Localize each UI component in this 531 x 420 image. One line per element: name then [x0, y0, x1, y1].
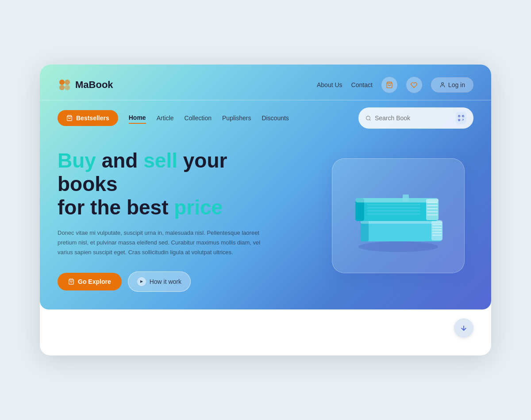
hero-title-price: price [174, 196, 223, 219]
hero-section: MaBook About Us Contact [40, 65, 491, 309]
hero-title-buy: Buy [58, 149, 96, 172]
header-right: About Us Contact [317, 77, 473, 93]
contact-link[interactable]: Contact [351, 81, 373, 88]
scroll-down-button[interactable] [454, 318, 473, 338]
hero-title-sell: sell [143, 149, 177, 172]
svg-rect-10 [462, 115, 464, 117]
hero-buttons: Go Explore ▶ How it work [58, 271, 274, 292]
search-icon [366, 115, 371, 122]
hero-content: Buy and sell your books for the best pri… [58, 136, 473, 292]
hero-description: Donec vitae mi vulputate, suscipit urna … [58, 228, 261, 257]
book-glass-card [332, 158, 465, 273]
login-label: Log in [448, 81, 465, 88]
go-explore-button[interactable]: Go Explore [58, 273, 122, 290]
svg-rect-34 [355, 198, 439, 202]
svg-point-0 [59, 80, 65, 85]
arrow-down-icon [460, 324, 468, 332]
book-illustration [332, 158, 473, 282]
nav-publishers[interactable]: Puplishers [222, 113, 251, 123]
svg-rect-11 [458, 119, 460, 121]
nav-left: Bestsellers Home Article Collection Pupl… [58, 110, 289, 126]
hero-title: Buy and sell your books for the best pri… [58, 149, 274, 219]
play-icon: ▶ [137, 277, 146, 286]
svg-point-16 [358, 241, 438, 252]
login-button[interactable]: Log in [431, 77, 473, 92]
bottom-bar [40, 309, 491, 338]
svg-point-3 [65, 85, 70, 90]
bestsellers-label: Bestsellers [76, 115, 109, 122]
bestsellers-cart-icon [66, 115, 73, 121]
logo-text: MaBook [75, 79, 113, 91]
scan-icon-button[interactable] [456, 112, 466, 124]
hero-title-line2-part1: for the best [58, 196, 174, 219]
header: MaBook About Us Contact [58, 65, 473, 100]
nav-article[interactable]: Article [157, 113, 174, 123]
svg-point-5 [442, 83, 444, 85]
user-icon [439, 82, 446, 88]
how-it-works-button[interactable]: ▶ How it work [128, 271, 191, 292]
bestsellers-button[interactable]: Bestsellers [58, 110, 118, 126]
svg-rect-9 [458, 115, 460, 117]
books-svg [341, 172, 456, 260]
svg-point-7 [366, 116, 370, 120]
wishlist-icon-button[interactable] [406, 77, 422, 93]
svg-rect-19 [431, 221, 442, 241]
how-it-works-label: How it work [150, 278, 181, 285]
go-explore-cart-icon [68, 279, 74, 285]
svg-point-1 [65, 80, 70, 85]
svg-rect-39 [403, 195, 409, 202]
logo-icon [58, 78, 72, 92]
nav: Bestsellers Home Article Collection Pupl… [58, 100, 473, 136]
nav-discounts[interactable]: Discounts [262, 113, 289, 123]
hero-text: Buy and sell your books for the best pri… [58, 149, 274, 292]
nav-collection[interactable]: Collection [185, 113, 212, 123]
nav-home[interactable]: Home [129, 112, 146, 124]
cart-icon-button[interactable] [381, 77, 397, 93]
go-explore-label: Go Explore [78, 278, 111, 285]
about-us-link[interactable]: About Us [317, 81, 342, 88]
logo: MaBook [58, 78, 113, 92]
hero-title-and: and [96, 149, 143, 172]
page-container: MaBook About Us Contact [40, 65, 491, 355]
search-bar [358, 107, 473, 129]
search-input[interactable] [375, 115, 452, 122]
svg-point-2 [59, 85, 65, 90]
svg-line-8 [369, 119, 370, 120]
